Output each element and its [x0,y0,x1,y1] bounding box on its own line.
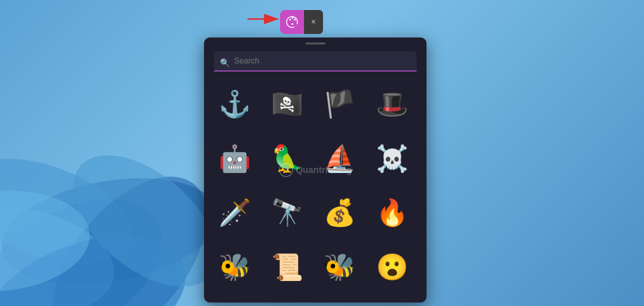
sticker-item-bee-2[interactable]: 🐝 [318,244,362,290]
sticker-item-scroll[interactable]: 📜 [264,244,310,290]
arrow-pointer [245,9,285,29]
close-button[interactable]: × [304,10,323,34]
sticker-item-skull-crossbones[interactable]: ☠️ [370,136,415,181]
sticker-panel: 🔍 ⚓🏴‍☠️🏴🎩🤖🦜⛵☠️🗡️🔭💰🔥🐝📜🐝😮 © Quantrimang [204,38,426,302]
sticker-panel-button[interactable] [280,10,304,34]
sticker-icon [285,15,299,29]
sticker-item-telescope[interactable]: 🔭 [264,190,310,235]
sticker-grid: ⚓🏴‍☠️🏴🎩🤖🦜⛵☠️🗡️🔭💰🔥🐝📜🐝😮 [204,78,426,302]
sticker-item-pirate-person[interactable]: 🏴‍☠️ [264,82,310,126]
sticker-item-surprised-bee[interactable]: 😮 [370,244,415,290]
sticker-item-ship[interactable]: ⛵ [318,136,362,181]
close-icon: × [311,18,316,26]
sticker-item-anchor[interactable]: ⚓ [212,82,257,126]
toolbar: × [280,10,323,34]
search-input[interactable] [214,52,416,72]
sticker-item-bee-1[interactable]: 🐝 [212,244,257,290]
sticker-item-fire-monster[interactable]: 🔥 [370,190,415,235]
panel-drag-handle[interactable] [204,38,426,48]
drag-bar [306,42,326,44]
sticker-item-treasure[interactable]: 💰 [318,190,362,235]
sticker-item-pirate-hat[interactable]: 🎩 [370,82,415,126]
search-container: 🔍 [204,48,426,78]
sticker-item-sword[interactable]: 🗡️ [212,190,257,235]
sticker-item-robot-pirate[interactable]: 🤖 [212,136,257,181]
sticker-item-parrot[interactable]: 🦜 [264,136,310,181]
sticker-item-pirate-flag[interactable]: 🏴 [318,82,362,126]
